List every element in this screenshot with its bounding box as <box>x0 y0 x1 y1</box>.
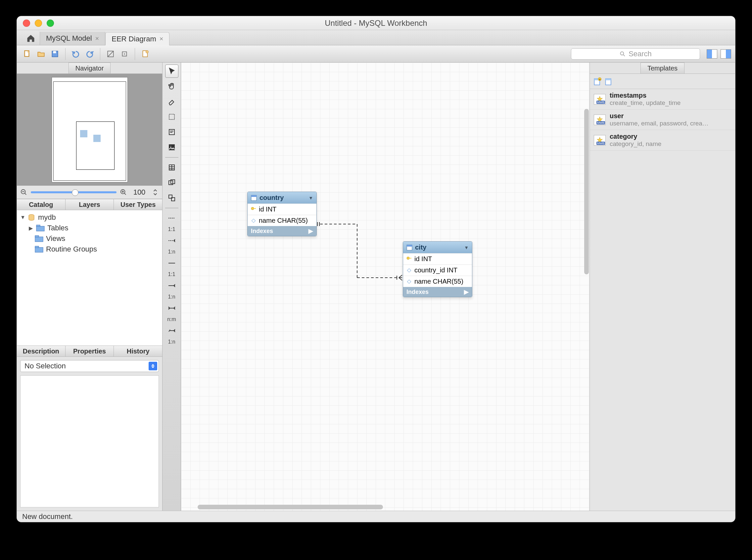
undo-button[interactable] <box>70 48 82 60</box>
expand-icon[interactable]: ▶ <box>309 227 313 235</box>
views-folder-icon <box>35 235 43 242</box>
column-label: name CHAR(55) <box>259 217 308 224</box>
pointer-tool[interactable] <box>165 64 178 78</box>
minimap-shape <box>80 130 87 137</box>
template-sub: username, email, password, crea… <box>610 120 709 127</box>
usertypes-tab[interactable]: User Types <box>114 199 162 210</box>
note-tool[interactable] <box>165 125 178 139</box>
zoom-out-icon[interactable] <box>20 189 27 196</box>
tab-mysql-model[interactable]: MySQL Model × <box>40 32 105 45</box>
description-body <box>20 375 159 507</box>
search-placeholder: Search <box>629 49 652 58</box>
catalog-tab[interactable]: Catalog <box>17 199 65 210</box>
navigator-minimap[interactable] <box>53 81 126 181</box>
align-toggle-button[interactable] <box>118 48 131 60</box>
template-item-timestamps[interactable]: MWB timestamps create_time, update_time <box>590 89 735 109</box>
indexes-label: Indexes <box>407 288 429 296</box>
templates-toolbar: ★ <box>590 74 735 89</box>
open-file-button[interactable] <box>35 48 47 60</box>
database-icon <box>27 214 35 221</box>
minimap-shape <box>93 135 101 142</box>
tree-item-routines[interactable]: Routine Groups <box>17 244 162 255</box>
svg-rect-55 <box>251 195 257 197</box>
tree-label: Routine Groups <box>46 245 97 254</box>
new-template-icon[interactable]: ★ <box>593 77 602 86</box>
diagram-canvas[interactable]: country ▼ id INT name CHAR(55) Indexes ▶ <box>181 63 590 511</box>
properties-tab[interactable]: Properties <box>65 346 114 357</box>
tool-label: 1:1 <box>165 227 178 232</box>
minimap-viewport[interactable] <box>76 121 115 170</box>
svg-rect-25 <box>169 114 174 119</box>
expand-icon[interactable]: ▶ <box>29 225 34 231</box>
grid-toggle-button[interactable] <box>104 48 117 60</box>
collapse-icon[interactable]: ▼ <box>464 245 469 250</box>
navigator-tab[interactable]: Navigator <box>68 63 111 74</box>
template-item-category[interactable]: MWB category category_id, name <box>590 130 735 151</box>
view-tool[interactable] <box>165 176 178 189</box>
collapse-icon[interactable]: ▼ <box>309 195 313 201</box>
template-name: timestamps <box>610 92 680 99</box>
dropdown-icon <box>149 362 157 371</box>
rel-nonident-11-tool[interactable] <box>165 212 178 225</box>
close-icon[interactable]: × <box>95 35 99 42</box>
image-tool[interactable] <box>165 141 178 154</box>
home-tab[interactable] <box>21 32 40 45</box>
template-list-icon[interactable] <box>605 77 614 86</box>
right-panel-toggle[interactable] <box>720 49 731 59</box>
indexes-label: Indexes <box>251 228 273 235</box>
svg-rect-62 <box>409 258 411 259</box>
column-label: id INT <box>259 205 276 213</box>
zoom-stepper-icon[interactable] <box>152 189 159 196</box>
table-country[interactable]: country ▼ id INT name CHAR(55) Indexes ▶ <box>247 192 317 236</box>
redo-button[interactable] <box>83 48 96 60</box>
rel-ident-1n-tool[interactable] <box>165 279 178 292</box>
history-tab[interactable]: History <box>114 346 162 357</box>
svg-rect-20 <box>36 225 40 227</box>
description-tab[interactable]: Description <box>17 346 65 357</box>
table-city[interactable]: city ▼ id INT country_id INT name CHAR(5… <box>403 241 472 297</box>
key-icon <box>407 257 412 262</box>
save-file-button[interactable] <box>49 48 61 60</box>
new-file-button[interactable] <box>21 48 34 60</box>
search-input[interactable]: Search <box>571 48 700 60</box>
tool-label: 1:n <box>165 339 178 344</box>
svg-point-61 <box>407 257 410 259</box>
diamond-icon <box>407 279 412 284</box>
close-icon[interactable]: × <box>160 35 163 43</box>
left-panel-toggle[interactable] <box>707 49 717 59</box>
tool-label: 1:n <box>165 294 178 300</box>
tab-eer-diagram[interactable]: EER Diagram × <box>105 32 170 45</box>
templates-tab[interactable]: Templates <box>640 63 685 74</box>
selection-label: No Selection <box>24 362 66 371</box>
zoom-in-icon[interactable] <box>120 189 127 196</box>
svg-point-6 <box>124 53 125 54</box>
hand-tool[interactable] <box>165 80 178 93</box>
svg-point-56 <box>251 207 254 210</box>
tree-db-node[interactable]: ▼ mydb <box>17 212 162 223</box>
template-name: category <box>610 133 661 140</box>
svg-line-15 <box>124 193 126 195</box>
expand-icon[interactable]: ▶ <box>464 288 469 296</box>
horizontal-scrollbar[interactable] <box>198 505 383 509</box>
expand-icon[interactable]: ▼ <box>20 215 25 220</box>
main-toolbar: Search <box>17 45 735 63</box>
rel-nonident-1n-tool[interactable] <box>165 234 178 247</box>
layer-tool[interactable] <box>165 110 178 123</box>
window-title: Untitled - MySQL Workbench <box>17 19 735 28</box>
tree-item-views[interactable]: Views <box>17 233 162 244</box>
selection-dropdown[interactable]: No Selection <box>20 360 159 372</box>
eraser-tool[interactable] <box>165 95 178 108</box>
layers-tab[interactable]: Layers <box>65 199 114 210</box>
rel-existing-tool[interactable] <box>165 324 178 337</box>
routine-group-tool[interactable] <box>165 191 178 204</box>
new-document-button[interactable] <box>139 48 152 60</box>
tree-item-tables[interactable]: ▶ Tables <box>17 223 162 233</box>
vertical-scrollbar[interactable] <box>584 109 589 274</box>
zoom-slider[interactable] <box>31 191 117 193</box>
rel-nm-tool[interactable] <box>165 301 178 315</box>
template-item-user[interactable]: MWB user username, email, password, crea… <box>590 109 735 130</box>
table-tool[interactable] <box>165 161 178 174</box>
svg-rect-64 <box>407 280 411 283</box>
rel-ident-11-tool[interactable] <box>165 257 178 270</box>
tool-label: 1:n <box>165 249 178 255</box>
